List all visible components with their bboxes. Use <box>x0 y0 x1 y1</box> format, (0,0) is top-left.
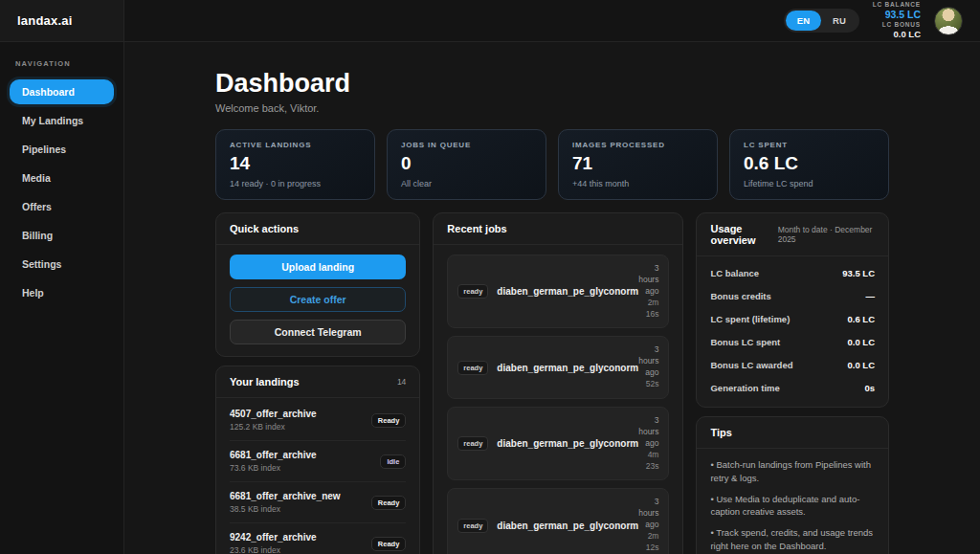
landing-size: 125.2 KB index <box>230 422 317 432</box>
create-offer-button[interactable]: Create offer <box>230 287 406 312</box>
stat-sub: +44 this month <box>572 179 703 188</box>
lang-ru-button[interactable]: RU <box>821 11 858 31</box>
upload-landing-button[interactable]: Upload landing <box>230 255 406 279</box>
landing-name: 9242_offer_archive <box>230 532 317 543</box>
user-avatar[interactable] <box>934 7 963 35</box>
job-status-badge: ready <box>457 436 488 451</box>
usage-overview-panel: Usage overview Month to date · December … <box>696 212 889 408</box>
usage-row: Bonus LC spent 0.0 LC <box>710 330 875 353</box>
stat-label: LC SPENT <box>744 141 875 149</box>
usage-row: LC balance 93.5 LC <box>710 261 875 284</box>
language-switcher: EN RU <box>784 9 859 33</box>
status-badge: Ready <box>371 496 407 510</box>
usage-row: Generation time 0s <box>710 376 875 399</box>
lc-balance-block: LC BALANCE 93.5 LC LC BONUS 0.0 LC <box>873 1 921 40</box>
stat-sub: Lifetime LC spend <box>744 179 875 188</box>
job-name: diaben_german_pe_glyconorm <box>497 286 638 297</box>
tip-item: • Batch-run landings from Pipelines with… <box>710 458 875 485</box>
stat-cards: ACTIVE LANDINGS 14 14 ready · 0 in progr… <box>215 129 889 200</box>
recent-jobs-title: Recent jobs <box>447 223 506 234</box>
job-ago: 3 hours ago <box>638 344 658 379</box>
landing-size: 73.6 KB index <box>230 463 317 473</box>
usage-label: Bonus credits <box>710 291 770 301</box>
stat-card-images-processed: IMAGES PROCESSED 71 +44 this month <box>558 129 718 200</box>
usage-row: Bonus credits — <box>710 284 875 307</box>
usage-value: 0.0 LC <box>847 337 875 347</box>
your-landings-title: Your landings <box>230 376 300 388</box>
job-duration: 4m 23s <box>638 450 658 473</box>
landing-size: 38.5 KB index <box>230 504 341 514</box>
sidebar-item-pipelines[interactable]: Pipelines <box>10 137 114 162</box>
stat-label: ACTIVE LANDINGS <box>230 141 361 149</box>
sidebar-item-help[interactable]: Help <box>10 280 114 305</box>
usage-label: Generation time <box>710 383 779 393</box>
usage-label: Bonus LC awarded <box>710 360 792 370</box>
landing-row[interactable]: 4507_offer_archive 125.2 KB index Ready <box>230 400 406 441</box>
usage-value: 0.0 LC <box>847 360 875 370</box>
job-row[interactable]: ready diaben_german_pe_glyconorm 3 hours… <box>447 336 669 399</box>
landing-row[interactable]: 6681_offer_archive 73.6 KB index Idle <box>230 441 406 482</box>
sidebar-item-offers[interactable]: Offers <box>10 194 114 219</box>
top-bar: landax.ai EN RU LC BALANCE 93.5 LC LC BO… <box>0 0 980 42</box>
lc-bonus-label: LC BONUS <box>873 21 921 29</box>
usage-value: 93.5 LC <box>842 268 875 278</box>
job-ago: 3 hours ago <box>638 497 658 531</box>
job-duration: 52s <box>638 379 658 390</box>
job-row[interactable]: ready diaben_german_pe_glyconorm 3 hours… <box>447 407 669 480</box>
your-landings-count: 14 <box>397 377 406 387</box>
job-ago: 3 hours ago <box>638 415 658 450</box>
status-badge: Ready <box>371 413 407 428</box>
job-name: diaben_german_pe_glyconorm <box>497 438 638 449</box>
sidebar-section-label: NAVIGATION <box>0 54 123 76</box>
usage-overview-title: Usage overview <box>710 223 777 246</box>
stat-label: JOBS IN QUEUE <box>401 141 532 149</box>
usage-label: LC spent (lifetime) <box>710 314 790 324</box>
lc-balance-value: 93.5 LC <box>873 9 921 21</box>
job-row[interactable]: ready diaben_german_pe_glyconorm 3 hours… <box>447 255 669 328</box>
job-duration: 2m 16s <box>638 298 658 321</box>
sidebar-item-dashboard[interactable]: Dashboard <box>10 79 114 104</box>
sidebar-item-media[interactable]: Media <box>10 166 114 190</box>
quick-actions-title: Quick actions <box>230 223 299 234</box>
page-title: Dashboard <box>215 69 889 99</box>
lang-en-button[interactable]: EN <box>786 11 821 31</box>
topbar-right: EN RU LC BALANCE 93.5 LC LC BONUS 0.0 LC <box>124 0 980 41</box>
stat-value: 0 <box>401 153 532 174</box>
stat-sub: 14 ready · 0 in progress <box>230 179 361 188</box>
tips-title: Tips <box>710 427 731 438</box>
status-badge: Ready <box>371 537 407 551</box>
job-row[interactable]: ready diaben_german_pe_glyconorm 3 hours… <box>447 488 669 554</box>
lc-balance-label: LC BALANCE <box>873 1 921 9</box>
tip-item: • Track spend, credits, and usage trends… <box>710 526 875 553</box>
connect-telegram-button[interactable]: Connect Telegram <box>230 320 406 344</box>
landing-name: 6681_offer_archive_new <box>230 491 341 501</box>
landing-name: 6681_offer_archive <box>230 450 317 460</box>
landing-row[interactable]: 9242_offer_archive 23.6 KB index Ready <box>230 523 406 554</box>
stat-value: 71 <box>572 153 703 174</box>
job-name: diaben_german_pe_glyconorm <box>497 363 638 373</box>
usage-value: — <box>866 291 876 301</box>
logo-cell: landax.ai <box>0 0 124 41</box>
sidebar: NAVIGATION Dashboard My Landings Pipelin… <box>0 42 124 554</box>
stat-label: IMAGES PROCESSED <box>572 141 703 149</box>
stat-card-jobs-in-queue: JOBS IN QUEUE 0 All clear <box>387 129 546 200</box>
usage-row: LC spent (lifetime) 0.6 LC <box>710 307 875 330</box>
stat-card-lc-spent: LC SPENT 0.6 LC Lifetime LC spend <box>729 129 889 200</box>
job-ago: 3 hours ago <box>638 263 658 298</box>
job-status-badge: ready <box>457 361 488 375</box>
usage-label: Bonus LC spent <box>710 337 780 347</box>
stat-value: 14 <box>230 153 361 174</box>
sidebar-item-my-landings[interactable]: My Landings <box>10 108 114 133</box>
stat-card-active-landings: ACTIVE LANDINGS 14 14 ready · 0 in progr… <box>215 129 375 200</box>
sidebar-item-settings[interactable]: Settings <box>10 252 114 277</box>
landing-row[interactable]: 6681_offer_archive_new 38.5 KB index Rea… <box>230 482 406 523</box>
usage-value: 0s <box>864 383 875 393</box>
job-duration: 2m 12s <box>638 531 658 554</box>
recent-jobs-panel: Recent jobs ready diaben_german_pe_glyco… <box>433 212 683 554</box>
usage-period: Month to date · December 2025 <box>778 225 875 244</box>
sidebar-item-billing[interactable]: Billing <box>10 223 114 248</box>
stat-value: 0.6 LC <box>744 153 875 174</box>
job-status-badge: ready <box>457 519 488 533</box>
quick-actions-panel: Quick actions Upload landing Create offe… <box>215 212 420 357</box>
brand-logo: landax.ai <box>17 13 72 28</box>
